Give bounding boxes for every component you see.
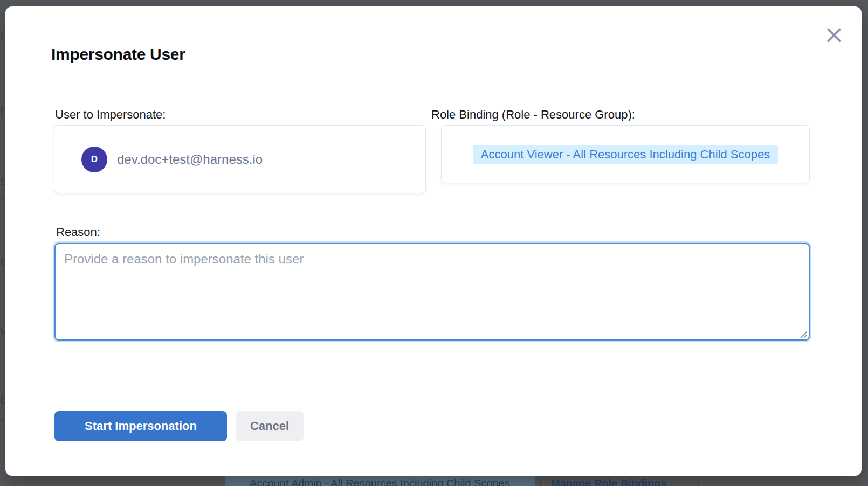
background-row-divider	[0, 276, 5, 276]
close-icon: ×	[824, 20, 845, 49]
role-binding-card: Account Viewer - All Resources Including…	[441, 125, 810, 183]
background-table-row: Account Admin - All Resources Including …	[0, 476, 868, 486]
background-manage-role-bindings-link: Manage Role Bindings	[551, 476, 666, 486]
close-button[interactable]: ×	[822, 23, 846, 46]
reason-label: Reason:	[56, 225, 100, 239]
role-binding-tag: Account Viewer - All Resources Including…	[473, 145, 778, 164]
background-text-fragment: r	[0, 28, 4, 43]
background-row-divider	[0, 138, 5, 138]
reason-field-wrapper	[54, 243, 810, 341]
user-card: D dev.doc+test@harness.io	[54, 125, 426, 193]
screen-backdrop: r n s ev ve ct Account Admin - All Resou…	[0, 0, 868, 486]
background-role-binding-tag: Account Admin - All Resources Including …	[225, 476, 535, 486]
impersonate-user-dialog: × Impersonate User User to Impersonate: …	[5, 6, 862, 476]
background-row-divider	[0, 419, 5, 420]
user-avatar: D	[81, 147, 107, 172]
background-row-divider	[0, 348, 5, 348]
role-binding-label: Role Binding (Role - Resource Group):	[431, 108, 635, 122]
background-row-divider	[0, 77, 5, 77]
background-divider: |	[697, 476, 699, 486]
start-impersonation-button[interactable]: Start Impersonation	[54, 411, 227, 441]
background-row-divider	[0, 198, 5, 199]
user-email: dev.doc+test@harness.io	[117, 152, 263, 167]
reason-input[interactable]	[54, 243, 810, 341]
dialog-title: Impersonate User	[51, 45, 185, 64]
background-divider: |	[539, 476, 542, 486]
user-to-impersonate-label: User to Impersonate:	[55, 108, 166, 122]
cancel-button[interactable]: Cancel	[236, 411, 304, 441]
